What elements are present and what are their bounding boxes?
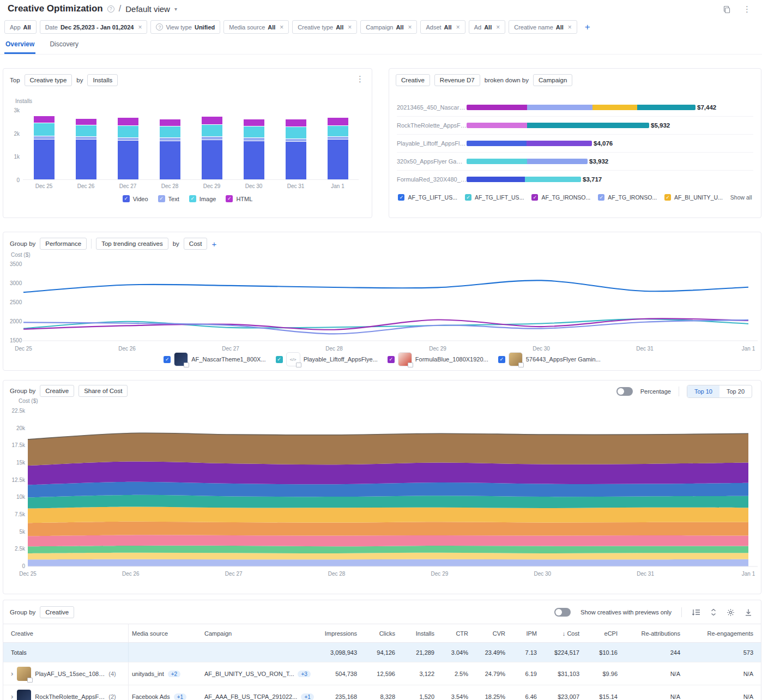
bar-dec-30[interactable]	[244, 119, 264, 179]
tab-discovery[interactable]: Discovery	[49, 37, 80, 54]
card-a-kebab-icon[interactable]: ⋮	[356, 74, 364, 84]
top-10-option[interactable]: Top 10	[687, 385, 719, 397]
column-header-clicks[interactable]: Clicks	[365, 630, 403, 637]
legend-checkbox[interactable]: ✓	[189, 195, 196, 202]
legend-checkbox[interactable]: ✓	[398, 194, 404, 201]
bar-cell	[23, 110, 65, 179]
divider	[681, 607, 682, 617]
bar-segment-video	[202, 140, 222, 180]
column-header-impressions[interactable]: Impressions	[318, 630, 365, 637]
table-row[interactable]: ›PlayAF_US_15sec_1080X1920_6...(4)unitya…	[3, 662, 761, 685]
bar-dec-29[interactable]	[202, 117, 222, 179]
table-row[interactable]: ›RockTheRolette_AppsFlyer_1200...(2)Face…	[3, 685, 761, 700]
dimension-select[interactable]: Creative type	[25, 74, 72, 86]
column-header-re-attributions[interactable]: Re-attributions	[625, 630, 688, 637]
top-20-option[interactable]: Top 20	[719, 385, 752, 397]
expand-row-icon[interactable]: ›	[11, 692, 13, 700]
legend-checkbox[interactable]: ✓	[465, 194, 471, 201]
legend-checkbox[interactable]: ✓	[498, 356, 505, 363]
row-height-icon[interactable]	[692, 608, 700, 616]
column-header-ctr[interactable]: CTR	[442, 630, 476, 637]
filter-chip[interactable]: AdAll×	[469, 20, 506, 34]
x-tick-label: Dec 27	[107, 183, 149, 189]
view-selector[interactable]: Default view	[125, 4, 170, 14]
expand-rows-icon[interactable]	[710, 608, 717, 616]
legend-checkbox[interactable]: ✓	[226, 195, 233, 202]
revenue-bar[interactable]	[467, 141, 592, 146]
media-source-badge[interactable]: +1	[174, 693, 186, 700]
filter-chip[interactable]: Creative typeAll×	[292, 20, 357, 34]
column-header-media-source[interactable]: Media source	[129, 630, 201, 637]
kebab-menu-icon[interactable]: ⋮	[743, 4, 751, 14]
metric-select[interactable]: Installs	[87, 74, 118, 86]
legend-checkbox[interactable]: ✓	[276, 356, 283, 363]
column-header-creative[interactable]: Creative	[3, 624, 129, 642]
legend-checkbox[interactable]: ✓	[164, 356, 171, 363]
add-metric-icon[interactable]: +	[211, 239, 216, 249]
tab-overview[interactable]: Overview	[4, 37, 35, 54]
show-all-link[interactable]: Show all	[730, 194, 752, 201]
legend-checkbox[interactable]: ✓	[123, 195, 130, 202]
filter-chip[interactable]: Media sourceAll×	[223, 20, 289, 34]
download-icon[interactable]	[745, 608, 752, 617]
remove-filter-icon[interactable]: ×	[348, 24, 352, 31]
bar-dec-27[interactable]	[118, 118, 138, 179]
bar-dec-31[interactable]	[286, 119, 306, 179]
settings-gear-icon[interactable]	[727, 608, 735, 617]
column-header-cost[interactable]: ↓ Cost	[545, 630, 587, 637]
column-header-campaign[interactable]: Campaign	[201, 630, 318, 637]
revenue-metric-select[interactable]: Revenue D7	[434, 74, 480, 86]
share-of-cost-select[interactable]: Share of Cost	[78, 385, 128, 397]
filter-chip[interactable]: ?View typeUnified	[150, 20, 220, 34]
remove-filter-icon[interactable]: ×	[280, 24, 283, 31]
percentage-toggle[interactable]	[616, 387, 633, 396]
column-header-re-engagements[interactable]: Re-engagements	[688, 630, 761, 637]
column-header-ecpi[interactable]: eCPI	[587, 630, 625, 637]
legend-checkbox[interactable]: ✓	[664, 194, 671, 201]
remove-filter-icon[interactable]: ×	[138, 24, 142, 31]
bar-dec-28[interactable]	[160, 119, 180, 179]
copy-icon[interactable]	[723, 5, 731, 14]
filter-label: Adset	[426, 24, 441, 31]
legend-label: Image	[199, 196, 216, 202]
revenue-bar[interactable]	[467, 105, 696, 110]
filter-chip[interactable]: CampaignAll×	[360, 20, 417, 34]
column-header-installs[interactable]: Installs	[403, 630, 442, 637]
bar-cell	[191, 110, 233, 179]
remove-filter-icon[interactable]: ×	[496, 24, 500, 31]
trending-select[interactable]: Top trending creatives	[96, 238, 168, 250]
filter-chip[interactable]: AdsetAll×	[420, 20, 465, 34]
bar-dec-25[interactable]	[34, 116, 55, 179]
area-band-band-10	[28, 433, 748, 466]
column-header-cvr[interactable]: CVR	[476, 630, 513, 637]
revenue-bar[interactable]	[467, 159, 588, 164]
media-source-badge[interactable]: +2	[168, 671, 180, 677]
bar-dec-26[interactable]	[76, 119, 96, 179]
remove-filter-icon[interactable]: ×	[568, 24, 572, 31]
legend-checkbox[interactable]: ✓	[598, 194, 604, 201]
revenue-bar[interactable]	[467, 123, 649, 128]
filter-chip[interactable]: Creative nameAll×	[509, 20, 577, 34]
bar-jan-1[interactable]	[328, 118, 348, 179]
legend-checkbox[interactable]: ✓	[158, 195, 165, 202]
performance-select[interactable]: Performance	[40, 238, 87, 250]
legend-checkbox[interactable]: ✓	[388, 356, 395, 363]
expand-row-icon[interactable]: ›	[11, 669, 13, 678]
legend-checkbox[interactable]: ✓	[531, 194, 538, 201]
table-creative-select[interactable]: Creative	[40, 606, 74, 618]
cost-metric-select[interactable]: Cost	[184, 238, 208, 250]
previews-only-toggle[interactable]	[554, 608, 571, 617]
remove-filter-icon[interactable]: ×	[456, 24, 460, 31]
revenue-bar[interactable]	[467, 177, 581, 182]
chevron-down-icon[interactable]: ▾	[174, 6, 177, 12]
campaign-badge[interactable]: +1	[301, 693, 313, 700]
filter-chip[interactable]: DateDec 25,2023 - Jan 01,2024×	[40, 20, 148, 34]
breakdown-dimension-select[interactable]: Campaign	[533, 74, 572, 86]
filter-chip[interactable]: AppAll	[4, 20, 37, 34]
add-filter-button[interactable]: +	[585, 22, 590, 33]
campaign-badge[interactable]: +3	[298, 671, 310, 677]
creative-select[interactable]: Creative	[40, 385, 74, 397]
remove-filter-icon[interactable]: ×	[408, 24, 412, 31]
entity-select[interactable]: Creative	[396, 74, 430, 86]
column-header-ipm[interactable]: IPM	[513, 630, 545, 637]
